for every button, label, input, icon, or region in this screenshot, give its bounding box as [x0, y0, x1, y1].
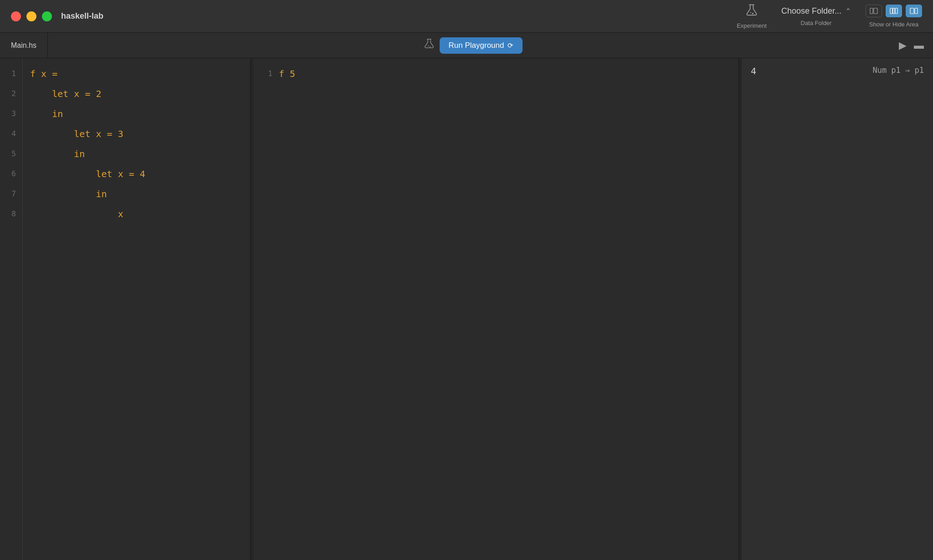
folder-selector[interactable]: Choose Folder... ⌃ Data Folder	[781, 6, 851, 26]
svg-rect-3	[870, 8, 873, 14]
play-button[interactable]: ▶	[899, 40, 907, 51]
titlebar-actions: Experiment Choose Folder... ⌃ Data Folde…	[737, 3, 922, 29]
tabbar-right: ▶ ▬	[899, 40, 933, 51]
line-number: 5	[11, 144, 16, 164]
svg-rect-9	[915, 8, 918, 14]
run-playground-label: Run Playground	[449, 41, 504, 50]
main-content: 12345678 f x = let x = 2 in let x = 3 in…	[0, 58, 933, 560]
svg-rect-6	[893, 8, 895, 14]
results-header: 4 Num p1 ⇒ p1	[751, 66, 924, 80]
svg-rect-4	[874, 8, 877, 14]
view-buttons: Show or Hide Area	[866, 5, 922, 28]
result-type: Num p1 ⇒ p1	[872, 66, 924, 75]
line-number: 4	[11, 124, 16, 144]
view-left-button[interactable]	[866, 5, 882, 17]
code-line: x	[30, 204, 243, 224]
line-number: 7	[11, 184, 16, 204]
svg-rect-7	[895, 8, 897, 14]
result-value: 4	[751, 66, 756, 76]
code-line: let x = 2	[30, 84, 243, 104]
svg-point-11	[428, 46, 429, 46]
flask-icon	[745, 3, 758, 20]
line-number: 8	[11, 204, 16, 224]
traffic-lights	[11, 11, 52, 21]
titlebar: haskell-lab Experiment Choose Folder... …	[0, 0, 933, 33]
experiment-label: Experiment	[737, 22, 767, 29]
editor-code-area[interactable]: f x = let x = 2 in let x = 3 in let x = …	[23, 58, 250, 560]
file-tab[interactable]: Main.hs	[0, 33, 48, 58]
code-line: let x = 4	[30, 164, 243, 184]
svg-rect-5	[890, 8, 892, 14]
line-number: 6	[11, 164, 16, 184]
svg-point-12	[429, 46, 430, 47]
editor-panel: 12345678 f x = let x = 2 in let x = 3 in…	[0, 58, 251, 560]
playground-line-number: 1	[268, 64, 272, 84]
show-hide-label: Show or Hide Area	[869, 21, 918, 28]
maximize-button[interactable]	[42, 11, 52, 21]
code-line: in	[30, 104, 243, 124]
experiment-button[interactable]: Experiment	[737, 3, 767, 29]
code-line: in	[30, 184, 243, 204]
line-number: 2	[11, 84, 16, 104]
code-line: let x = 3	[30, 124, 243, 144]
app-title: haskell-lab	[61, 11, 737, 21]
svg-point-1	[750, 12, 751, 13]
editor-line-numbers: 12345678	[0, 58, 23, 560]
collapse-button[interactable]: ▬	[914, 40, 924, 51]
playground-line-numbers: 1	[261, 64, 279, 555]
tabbar-center: Run Playground ⟳	[48, 37, 899, 54]
view-center-button[interactable]	[886, 5, 902, 17]
code-line: f x =	[30, 64, 243, 84]
svg-rect-8	[910, 8, 914, 14]
playground-panel: 1 f 5	[253, 58, 739, 560]
line-number: 3	[11, 104, 16, 124]
chevron-icon: ⌃	[845, 7, 851, 15]
playground-code-area[interactable]: f 5	[279, 64, 731, 555]
view-right-button[interactable]	[906, 5, 922, 17]
folder-text: Choose Folder...	[781, 6, 841, 16]
data-folder-label: Data Folder	[801, 20, 832, 26]
playground-code-line: f 5	[279, 64, 731, 84]
svg-point-2	[752, 13, 754, 14]
run-playground-button[interactable]: Run Playground ⟳	[440, 37, 523, 54]
playground-flask-icon[interactable]	[424, 38, 434, 53]
close-button[interactable]	[11, 11, 21, 21]
code-line: in	[30, 144, 243, 164]
minimize-button[interactable]	[26, 11, 36, 21]
run-arrows-icon: ⟳	[508, 41, 513, 50]
results-panel: 4 Num p1 ⇒ p1	[742, 58, 933, 560]
tabbar: Main.hs Run Playground ⟳ ▶ ▬	[0, 33, 933, 58]
line-number: 1	[11, 64, 16, 84]
